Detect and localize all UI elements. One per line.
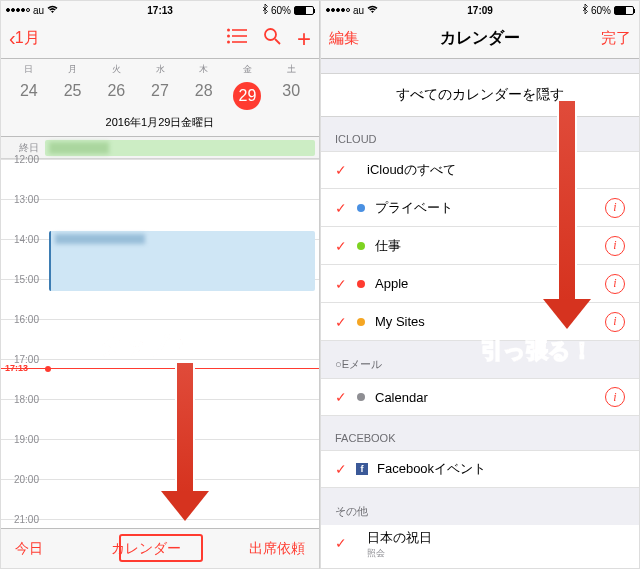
check-icon: ✓ [335,461,353,477]
calendar-label: Facebookイベント [377,460,486,478]
date-cell[interactable]: 25 [51,80,95,112]
hour-label: 13:00 [1,194,45,205]
date-cell[interactable]: 30 [269,80,313,112]
calendar-label: Calendar [375,390,428,405]
battery-pct: 60% [591,5,611,16]
now-time-label: 17:13 [5,363,28,373]
edit-button[interactable]: 編集 [329,29,365,48]
full-date-label: 2016年1月29日金曜日 [1,115,319,136]
calendar-row[interactable]: ✓ プライベート i [321,189,639,227]
calendar-dot-icon [357,242,365,250]
svg-line-7 [275,39,280,44]
calendar-day-view: au 17:13 60% ‹ 1月 [0,0,320,569]
dow-mon: 月 [51,59,95,80]
check-icon: ✓ [335,276,353,292]
nav-bar: 編集 カレンダー 完了 [321,19,639,59]
dow-fri: 金 [226,59,270,80]
calendar-row[interactable]: ✓ f Facebookイベント [321,450,639,488]
section-header-email: ○Eメール [321,341,639,378]
svg-point-4 [227,35,230,38]
calendar-label: 仕事 [375,237,401,255]
signal-dots [326,8,350,12]
hour-label: 21:00 [1,514,45,525]
calendars-button[interactable]: カレンダー [111,540,181,558]
hour-label: 14:00 [1,234,45,245]
dow-sun: 日 [7,59,51,80]
battery-icon [294,6,314,15]
calendar-label: iCloudのすべて [367,161,456,179]
check-icon: ✓ [335,314,353,330]
nav-bar: ‹ 1月 + [1,19,319,59]
section-header-icloud: ICLOUD [321,117,639,151]
check-icon: ✓ [335,200,353,216]
allday-event[interactable] [45,140,315,156]
carrier-label: au [353,5,364,16]
done-button[interactable]: 完了 [595,29,631,48]
week-header: 日 月 火 水 木 金 土 24 25 26 27 28 29 30 2016年… [1,59,319,137]
back-button[interactable]: ‹ 1月 [9,27,40,50]
date-cell[interactable]: 28 [182,80,226,112]
info-icon[interactable]: i [605,387,625,407]
bluetooth-icon [262,4,268,16]
date-cell[interactable]: 24 [7,80,51,112]
calendar-row[interactable]: ✓ My Sites i [321,303,639,341]
wifi-icon [47,5,58,16]
hour-label: 20:00 [1,474,45,485]
facebook-icon: f [356,463,368,475]
signal-dots [6,8,30,12]
hour-label: 15:00 [1,274,45,285]
check-icon: ✓ [335,535,353,551]
now-indicator: 17:13 [1,368,319,369]
plus-icon[interactable]: + [297,31,311,47]
check-icon: ✓ [335,238,353,254]
svg-point-6 [265,29,276,40]
calendar-row[interactable]: ✓ 日本の祝日 照会 [321,525,639,568]
calendars-list-view: au 17:09 60% 編集 カレンダー 完了 すべてのカレンダーを隠す IC… [320,0,640,569]
page-title: カレンダー [365,28,595,49]
inbox-button[interactable]: 出席依頼 [249,540,305,558]
allday-label: 終日 [1,141,45,155]
calendar-label: 日本の祝日 [367,529,625,547]
event-block[interactable] [49,231,315,291]
back-label: 1月 [15,28,40,49]
calendar-row[interactable]: ✓ Apple i [321,265,639,303]
info-icon[interactable]: i [605,312,625,332]
dow-thu: 木 [182,59,226,80]
date-cell-selected[interactable]: 29 [226,80,270,112]
date-cell[interactable]: 27 [138,80,182,112]
calendar-row[interactable]: ✓ Calendar i [321,378,639,416]
info-icon[interactable]: i [605,198,625,218]
calendar-label: My Sites [375,314,425,329]
calendar-label: Apple [375,276,408,291]
hours-grid[interactable]: 12:00 13:00 14:00 15:00 16:00 17:00 18:0… [1,159,319,543]
check-icon: ✓ [335,389,353,405]
info-icon[interactable]: i [605,236,625,256]
info-icon[interactable]: i [605,274,625,294]
today-button[interactable]: 今日 [15,540,43,558]
status-time: 17:13 [147,5,173,16]
calendar-dot-icon [357,204,365,212]
hour-label: 12:00 [1,154,45,165]
hour-label: 19:00 [1,434,45,445]
calendar-row[interactable]: ✓ iCloudのすべて [321,151,639,189]
svg-point-5 [227,41,230,44]
dow-sat: 土 [269,59,313,80]
calendar-row[interactable]: ✓ 仕事 i [321,227,639,265]
list-icon[interactable] [227,28,247,49]
bluetooth-icon [582,4,588,16]
svg-point-3 [227,29,230,32]
status-bar: au 17:09 60% [321,1,639,19]
hour-label: 16:00 [1,314,45,325]
calendar-label: プライベート [375,199,453,217]
dow-tue: 火 [94,59,138,80]
section-header-other: その他 [321,488,639,525]
search-icon[interactable] [263,27,281,50]
check-icon: ✓ [335,162,353,178]
carrier-label: au [33,5,44,16]
calendar-dot-icon [357,393,365,401]
bottom-toolbar: 今日 カレンダー 出席依頼 [1,528,319,568]
hour-label: 18:00 [1,394,45,405]
hide-all-button[interactable]: すべてのカレンダーを隠す [321,73,639,117]
date-cell[interactable]: 26 [94,80,138,112]
calendar-list[interactable]: すべてのカレンダーを隠す ICLOUD ✓ iCloudのすべて ✓ プライベー… [321,59,639,568]
